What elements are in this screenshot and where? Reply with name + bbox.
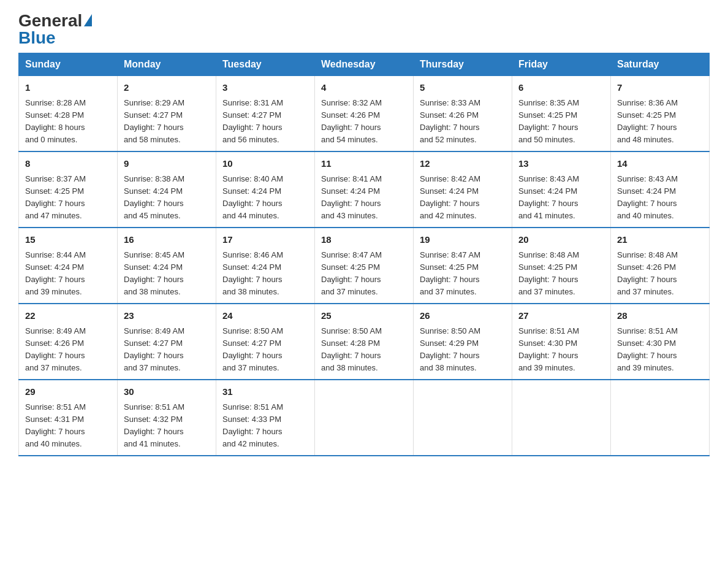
day-number: 10 — [222, 157, 308, 171]
day-info: Sunrise: 8:46 AMSunset: 4:24 PMDaylight:… — [222, 249, 308, 299]
day-number: 24 — [222, 309, 308, 323]
day-number: 3 — [222, 81, 308, 95]
week-row-5: 29 Sunrise: 8:51 AMSunset: 4:31 PMDaylig… — [19, 380, 710, 456]
week-row-3: 15 Sunrise: 8:44 AMSunset: 4:24 PMDaylig… — [19, 228, 710, 304]
day-info: Sunrise: 8:51 AMSunset: 4:33 PMDaylight:… — [222, 401, 308, 451]
day-info: Sunrise: 8:47 AMSunset: 4:25 PMDaylight:… — [321, 249, 407, 299]
calendar-cell-w1-d6: 6 Sunrise: 8:35 AMSunset: 4:25 PMDayligh… — [512, 75, 611, 151]
day-number: 9 — [124, 157, 210, 171]
day-info: Sunrise: 8:40 AMSunset: 4:24 PMDaylight:… — [222, 173, 308, 223]
day-number: 11 — [321, 157, 407, 171]
day-info: Sunrise: 8:51 AMSunset: 4:30 PMDaylight:… — [518, 325, 604, 375]
calendar-cell-w3-d7: 21 Sunrise: 8:48 AMSunset: 4:26 PMDaylig… — [611, 228, 710, 304]
calendar-cell-w4-d4: 25 Sunrise: 8:50 AMSunset: 4:28 PMDaylig… — [315, 304, 414, 380]
calendar-cell-w1-d7: 7 Sunrise: 8:36 AMSunset: 4:25 PMDayligh… — [611, 75, 710, 151]
calendar-cell-w3-d1: 15 Sunrise: 8:44 AMSunset: 4:24 PMDaylig… — [19, 228, 118, 304]
day-info: Sunrise: 8:33 AMSunset: 4:26 PMDaylight:… — [420, 97, 506, 147]
calendar-cell-w2-d5: 12 Sunrise: 8:42 AMSunset: 4:24 PMDaylig… — [414, 151, 512, 228]
calendar-cell-w5-d1: 29 Sunrise: 8:51 AMSunset: 4:31 PMDaylig… — [19, 380, 118, 456]
calendar-cell-w2-d1: 8 Sunrise: 8:37 AMSunset: 4:25 PMDayligh… — [19, 151, 118, 228]
day-number: 20 — [518, 233, 604, 247]
calendar-cell-w3-d2: 16 Sunrise: 8:45 AMSunset: 4:24 PMDaylig… — [118, 228, 216, 304]
day-info: Sunrise: 8:37 AMSunset: 4:25 PMDaylight:… — [25, 173, 111, 223]
calendar-cell-w4-d6: 27 Sunrise: 8:51 AMSunset: 4:30 PMDaylig… — [512, 304, 611, 380]
calendar-cell-w2-d3: 10 Sunrise: 8:40 AMSunset: 4:24 PMDaylig… — [216, 151, 315, 228]
calendar-cell-w4-d7: 28 Sunrise: 8:51 AMSunset: 4:30 PMDaylig… — [611, 304, 710, 380]
day-info: Sunrise: 8:48 AMSunset: 4:25 PMDaylight:… — [518, 249, 604, 299]
day-number: 18 — [321, 233, 407, 247]
day-number: 21 — [617, 233, 703, 247]
day-number: 27 — [518, 309, 604, 323]
day-info: Sunrise: 8:42 AMSunset: 4:24 PMDaylight:… — [420, 173, 506, 223]
calendar-cell-w5-d6 — [512, 380, 611, 456]
calendar-cell-w1-d3: 3 Sunrise: 8:31 AMSunset: 4:27 PMDayligh… — [216, 75, 315, 151]
day-number: 31 — [222, 385, 308, 399]
day-info: Sunrise: 8:44 AMSunset: 4:24 PMDaylight:… — [25, 249, 111, 299]
calendar-cell-w5-d2: 30 Sunrise: 8:51 AMSunset: 4:32 PMDaylig… — [118, 380, 216, 456]
weekday-header-wednesday: Wednesday — [315, 53, 414, 75]
day-info: Sunrise: 8:36 AMSunset: 4:25 PMDaylight:… — [617, 97, 703, 147]
day-info: Sunrise: 8:49 AMSunset: 4:27 PMDaylight:… — [124, 325, 210, 375]
day-number: 8 — [25, 157, 111, 171]
calendar-cell-w2-d7: 14 Sunrise: 8:43 AMSunset: 4:24 PMDaylig… — [611, 151, 710, 228]
day-number: 6 — [518, 81, 604, 95]
day-number: 17 — [222, 233, 308, 247]
day-number: 7 — [617, 81, 703, 95]
day-info: Sunrise: 8:43 AMSunset: 4:24 PMDaylight:… — [518, 173, 604, 223]
calendar-cell-w2-d2: 9 Sunrise: 8:38 AMSunset: 4:24 PMDayligh… — [118, 151, 216, 228]
weekday-header-row: SundayMondayTuesdayWednesdayThursdayFrid… — [19, 53, 710, 75]
calendar-cell-w5-d3: 31 Sunrise: 8:51 AMSunset: 4:33 PMDaylig… — [216, 380, 315, 456]
day-number: 15 — [25, 233, 111, 247]
day-number: 26 — [420, 309, 506, 323]
calendar-cell-w4-d2: 23 Sunrise: 8:49 AMSunset: 4:27 PMDaylig… — [118, 304, 216, 380]
day-info: Sunrise: 8:49 AMSunset: 4:26 PMDaylight:… — [25, 325, 111, 375]
day-number: 28 — [617, 309, 703, 323]
logo-blue: Blue — [18, 29, 56, 47]
day-info: Sunrise: 8:43 AMSunset: 4:24 PMDaylight:… — [617, 173, 703, 223]
day-info: Sunrise: 8:35 AMSunset: 4:25 PMDaylight:… — [518, 97, 604, 147]
day-number: 22 — [25, 309, 111, 323]
day-info: Sunrise: 8:51 AMSunset: 4:30 PMDaylight:… — [617, 325, 703, 375]
calendar-table: SundayMondayTuesdayWednesdayThursdayFrid… — [18, 53, 710, 456]
weekday-header-monday: Monday — [118, 53, 216, 75]
day-info: Sunrise: 8:51 AMSunset: 4:32 PMDaylight:… — [124, 401, 210, 451]
day-number: 2 — [124, 81, 210, 95]
calendar-cell-w1-d5: 5 Sunrise: 8:33 AMSunset: 4:26 PMDayligh… — [414, 75, 512, 151]
logo: General Blue — [18, 12, 92, 47]
day-number: 29 — [25, 385, 111, 399]
weekday-header-friday: Friday — [512, 53, 611, 75]
day-info: Sunrise: 8:38 AMSunset: 4:24 PMDaylight:… — [124, 173, 210, 223]
week-row-2: 8 Sunrise: 8:37 AMSunset: 4:25 PMDayligh… — [19, 151, 710, 228]
logo-triangle-icon — [84, 14, 92, 26]
page-header: General Blue — [18, 12, 710, 47]
day-info: Sunrise: 8:45 AMSunset: 4:24 PMDaylight:… — [124, 249, 210, 299]
calendar-cell-w3-d4: 18 Sunrise: 8:47 AMSunset: 4:25 PMDaylig… — [315, 228, 414, 304]
day-info: Sunrise: 8:50 AMSunset: 4:28 PMDaylight:… — [321, 325, 407, 375]
week-row-1: 1 Sunrise: 8:28 AMSunset: 4:28 PMDayligh… — [19, 75, 710, 151]
calendar-cell-w3-d6: 20 Sunrise: 8:48 AMSunset: 4:25 PMDaylig… — [512, 228, 611, 304]
day-number: 13 — [518, 157, 604, 171]
calendar-cell-w4-d3: 24 Sunrise: 8:50 AMSunset: 4:27 PMDaylig… — [216, 304, 315, 380]
day-info: Sunrise: 8:51 AMSunset: 4:31 PMDaylight:… — [25, 401, 111, 451]
day-number: 4 — [321, 81, 407, 95]
day-info: Sunrise: 8:32 AMSunset: 4:26 PMDaylight:… — [321, 97, 407, 147]
calendar-cell-w3-d3: 17 Sunrise: 8:46 AMSunset: 4:24 PMDaylig… — [216, 228, 315, 304]
calendar-cell-w4-d5: 26 Sunrise: 8:50 AMSunset: 4:29 PMDaylig… — [414, 304, 512, 380]
weekday-header-thursday: Thursday — [414, 53, 512, 75]
day-number: 14 — [617, 157, 703, 171]
day-info: Sunrise: 8:41 AMSunset: 4:24 PMDaylight:… — [321, 173, 407, 223]
day-number: 12 — [420, 157, 506, 171]
day-info: Sunrise: 8:48 AMSunset: 4:26 PMDaylight:… — [617, 249, 703, 299]
day-number: 30 — [124, 385, 210, 399]
calendar-cell-w2-d4: 11 Sunrise: 8:41 AMSunset: 4:24 PMDaylig… — [315, 151, 414, 228]
calendar-cell-w1-d2: 2 Sunrise: 8:29 AMSunset: 4:27 PMDayligh… — [118, 75, 216, 151]
day-info: Sunrise: 8:29 AMSunset: 4:27 PMDaylight:… — [124, 97, 210, 147]
day-number: 5 — [420, 81, 506, 95]
calendar-cell-w1-d4: 4 Sunrise: 8:32 AMSunset: 4:26 PMDayligh… — [315, 75, 414, 151]
day-info: Sunrise: 8:50 AMSunset: 4:27 PMDaylight:… — [222, 325, 308, 375]
calendar-cell-w4-d1: 22 Sunrise: 8:49 AMSunset: 4:26 PMDaylig… — [19, 304, 118, 380]
weekday-header-sunday: Sunday — [19, 53, 118, 75]
day-info: Sunrise: 8:50 AMSunset: 4:29 PMDaylight:… — [420, 325, 506, 375]
calendar-cell-w3-d5: 19 Sunrise: 8:47 AMSunset: 4:25 PMDaylig… — [414, 228, 512, 304]
day-number: 19 — [420, 233, 506, 247]
